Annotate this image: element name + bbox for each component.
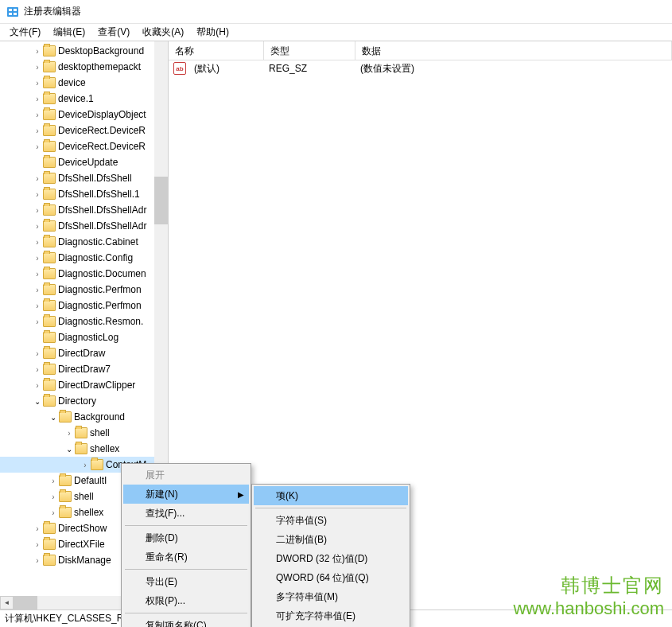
tree-item[interactable]: DeviceUpdate (0, 154, 168, 170)
chevron-right-icon[interactable]: › (32, 190, 43, 199)
folder-icon (43, 77, 56, 88)
folder-icon (75, 443, 87, 454)
list-row[interactable]: ab (默认) REG_SZ (数值未设置) (169, 60, 672, 76)
svg-rect-4 (14, 13, 17, 15)
chevron-right-icon[interactable]: › (32, 349, 43, 358)
chevron-down-icon[interactable]: ⌄ (32, 397, 43, 406)
tree-item[interactable]: ›Diagnostic.Resmon. (0, 314, 168, 329)
chevron-right-icon[interactable]: › (32, 79, 43, 88)
cm-copy-key-name[interactable]: 复制项名称(C) (123, 616, 249, 627)
tree-item[interactable]: ›Diagnostic.Perfmon (0, 282, 168, 298)
cm-new-binary[interactable]: 二进制值(B) (254, 530, 408, 549)
tree-item-label: desktopthemepackt (58, 61, 141, 72)
chevron-right-icon[interactable]: › (32, 317, 43, 326)
chevron-right-icon[interactable]: › (32, 127, 43, 135)
cm-new-expandstring[interactable]: 可扩充字符串值(E) (254, 606, 408, 625)
cm-rename[interactable]: 重命名(R) (123, 547, 249, 567)
chevron-right-icon[interactable]: › (64, 429, 75, 438)
chevron-right-icon[interactable]: › (48, 508, 59, 517)
chevron-down-icon[interactable]: ⌄ (64, 445, 75, 454)
tree-item[interactable]: ›DeviceRect.DeviceR (0, 138, 168, 154)
chevron-right-icon[interactable]: › (32, 381, 43, 390)
chevron-right-icon[interactable]: › (32, 302, 43, 310)
tree-item[interactable]: ›DeviceDisplayObject (0, 107, 168, 123)
chevron-right-icon[interactable]: › (32, 365, 43, 374)
chevron-right-icon[interactable]: › (32, 142, 43, 151)
chevron-right-icon[interactable]: › (32, 238, 43, 247)
chevron-right-icon[interactable]: › (32, 254, 43, 263)
chevron-right-icon[interactable]: › (32, 524, 43, 533)
tree-item[interactable]: ⌄Directory (0, 393, 168, 409)
cm-export[interactable]: 导出(E) (123, 572, 249, 591)
chevron-right-icon[interactable]: › (32, 222, 43, 231)
cm-new-qword[interactable]: QWORD (64 位)值(Q) (254, 568, 408, 587)
chevron-right-icon[interactable]: › (80, 461, 91, 469)
tree-item[interactable]: ›device (0, 75, 168, 91)
tree-item[interactable]: ⌄Background (0, 409, 168, 425)
chevron-right-icon[interactable]: › (32, 270, 43, 278)
cm-permissions[interactable]: 权限(P)... (123, 591, 249, 610)
menu-favorites[interactable]: 收藏夹(A) (136, 24, 190, 41)
tree-item[interactable]: ›DirectDraw (0, 345, 168, 361)
context-menu-new-submenu: 项(K) 字符串值(S) 二进制值(B) DWORD (32 位)值(D) QW… (251, 484, 410, 627)
cm-new-string[interactable]: 字符串值(S) (254, 511, 408, 530)
chevron-right-icon[interactable]: › (32, 174, 43, 183)
chevron-right-icon[interactable]: › (32, 286, 43, 294)
submenu-arrow-icon: ▶ (238, 490, 244, 499)
tree-item[interactable]: ›DfsShell.DfsShellAdr (0, 218, 168, 234)
chevron-right-icon[interactable]: › (32, 111, 43, 119)
tree-item[interactable]: ›DesktopBackground (0, 43, 168, 59)
menu-file[interactable]: 文件(F) (3, 24, 47, 41)
scrollbar-thumb[interactable] (154, 177, 168, 224)
chevron-right-icon[interactable]: › (32, 206, 43, 215)
menu-view[interactable]: 查看(V) (91, 24, 136, 41)
tree-item[interactable]: ›Diagnostic.Perfmon (0, 298, 168, 314)
cm-expand[interactable]: 展开 (123, 465, 249, 485)
folder-icon (43, 395, 56, 407)
chevron-right-icon[interactable]: › (32, 556, 43, 565)
cm-new-dword[interactable]: DWORD (32 位)值(D) (254, 549, 408, 568)
column-name[interactable]: 名称 (169, 41, 264, 60)
titlebar: 注册表编辑器 (0, 0, 672, 24)
cm-find[interactable]: 查找(F)... (123, 504, 249, 523)
tree-item[interactable]: ›shell (0, 425, 168, 441)
chevron-right-icon[interactable]: › (32, 540, 43, 549)
tree-item[interactable]: ›DirectDrawClipper (0, 377, 168, 393)
folder-icon (43, 93, 56, 104)
chevron-down-icon[interactable]: ⌄ (48, 413, 59, 422)
tree-item[interactable]: DiagnosticLog (0, 329, 168, 345)
tree-item[interactable]: ⌄shellex (0, 441, 168, 457)
tree-item-label: DesktopBackground (58, 45, 144, 56)
tree-item[interactable]: ›Diagnostic.Cabinet (0, 234, 168, 250)
tree-item[interactable]: ›device.1 (0, 91, 168, 107)
folder-icon (43, 252, 56, 263)
menu-edit[interactable]: 编辑(E) (47, 24, 91, 41)
scrollbar-thumb[interactable] (14, 596, 37, 609)
column-data[interactable]: 数据 (355, 41, 672, 60)
chevron-right-icon[interactable]: › (48, 493, 59, 501)
tree-item[interactable]: ›DirectDraw7 (0, 361, 168, 377)
chevron-right-icon[interactable]: › (32, 63, 43, 72)
value-type: REG_SZ (262, 63, 354, 74)
tree-item-label: DiagnosticLog (58, 332, 118, 343)
folder-icon (43, 316, 56, 327)
chevron-right-icon[interactable]: › (48, 477, 59, 485)
cm-new-key[interactable]: 项(K) (254, 486, 408, 505)
cm-new-multistring[interactable]: 多字符串值(M) (254, 587, 408, 606)
tree-item[interactable]: ›desktopthemepackt (0, 59, 168, 75)
tree-item[interactable]: ›Diagnostic.Config (0, 250, 168, 266)
cm-delete[interactable]: 删除(D) (123, 528, 249, 547)
folder-icon (59, 507, 72, 518)
tree-item[interactable]: ›Diagnostic.Documen (0, 266, 168, 282)
cm-new[interactable]: 新建(N) ▶ (123, 485, 249, 504)
tree-item[interactable]: ›DfsShell.DfsShell (0, 170, 168, 186)
scroll-left-button[interactable]: ◄ (0, 596, 14, 609)
column-type[interactable]: 类型 (264, 41, 355, 60)
tree-item[interactable]: ›DeviceRect.DeviceR (0, 123, 168, 138)
tree-item[interactable]: ›DfsShell.DfsShellAdr (0, 202, 168, 218)
chevron-right-icon[interactable]: › (32, 47, 43, 56)
folder-icon (43, 284, 56, 295)
tree-item[interactable]: ›DfsShell.DfsShell.1 (0, 186, 168, 202)
menu-help[interactable]: 帮助(H) (190, 24, 235, 41)
chevron-right-icon[interactable]: › (32, 95, 43, 103)
